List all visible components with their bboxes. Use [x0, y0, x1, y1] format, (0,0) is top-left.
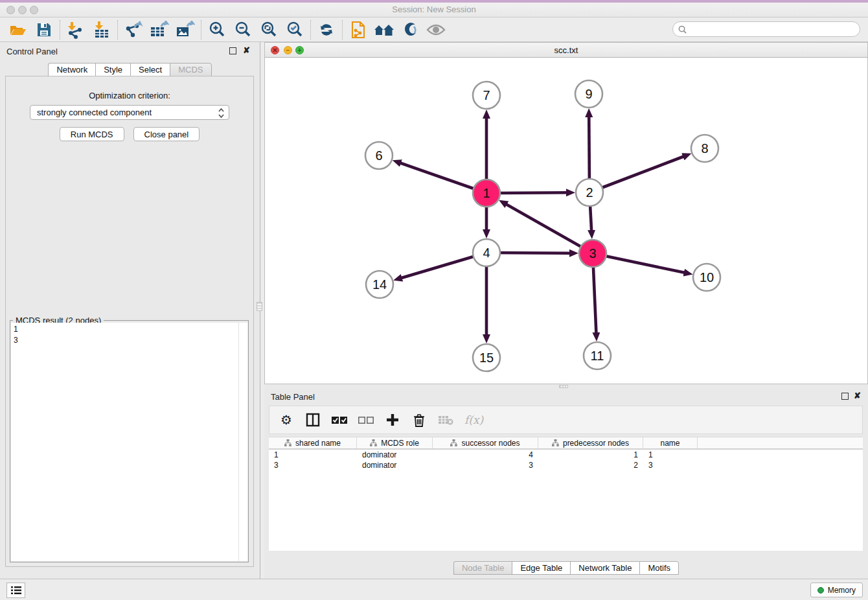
graph-node-14[interactable]: 14 — [366, 271, 393, 298]
zoom-out-icon — [234, 21, 252, 39]
graph-node-7[interactable]: 7 — [473, 82, 500, 109]
network-canvas[interactable]: 7968124314101511 — [265, 58, 867, 384]
mcds-result-list[interactable]: 13 — [11, 323, 238, 561]
eye-icon — [426, 23, 446, 37]
tab-node-table[interactable]: Node Table — [453, 561, 512, 575]
tab-select[interactable]: Select — [130, 63, 170, 76]
graph-edge-3-1[interactable] — [506, 204, 593, 253]
column-header-name[interactable]: name — [643, 437, 698, 448]
tab-mcds[interactable]: MCDS — [170, 63, 211, 76]
table-options-button[interactable]: ⚙ — [279, 411, 294, 429]
column-header-predecessor-nodes[interactable]: predecessor nodes — [538, 437, 643, 448]
network-from-file-button[interactable] — [345, 19, 371, 40]
graph-node-11[interactable]: 11 — [584, 342, 611, 369]
mcds-result-scrollbar[interactable] — [238, 323, 247, 561]
add-column-button[interactable] — [385, 411, 400, 429]
home-button[interactable] — [371, 19, 397, 40]
save-session-button[interactable] — [31, 19, 57, 40]
tab-style[interactable]: Style — [95, 63, 130, 76]
zoom-fit-button[interactable] — [256, 19, 282, 40]
function-builder-button[interactable]: f(x) — [464, 411, 483, 429]
tab-network[interactable]: Network — [48, 63, 95, 76]
graph-node-6[interactable]: 6 — [365, 142, 393, 169]
optimization-criterion-select[interactable]: strongly connected component — [30, 105, 229, 120]
cell-successor-nodes[interactable]: 4 — [433, 450, 538, 460]
tab-edge-table[interactable]: Edge Table — [512, 561, 570, 575]
import-network-button[interactable] — [63, 19, 89, 40]
network-view-window: ✕ − + scc.txt 7968124314101511 — [264, 42, 868, 384]
panel-splitter-grip[interactable] — [257, 302, 262, 311]
graph-node-8[interactable]: 8 — [691, 135, 718, 162]
horizontal-splitter-grip[interactable] — [559, 385, 568, 388]
apply-style-button[interactable] — [397, 19, 423, 40]
export-network-button[interactable] — [120, 19, 146, 40]
control-panel-close-button[interactable]: ✘ — [243, 45, 250, 55]
mcds-buttons-row: Run MCDS Close panel — [6, 127, 253, 141]
memory-button[interactable]: Memory — [810, 583, 863, 597]
graph-node-9[interactable]: 9 — [575, 80, 602, 108]
memory-label: Memory — [828, 586, 856, 595]
horizontal-splitter[interactable] — [264, 384, 868, 389]
column-header-filler — [698, 437, 863, 448]
tab-motifs[interactable]: Motifs — [639, 561, 679, 575]
column-header-mcds-role[interactable]: MCDS role — [357, 437, 433, 448]
open-session-button[interactable] — [5, 19, 31, 40]
graph-node-15[interactable]: 15 — [473, 344, 500, 371]
close-panel-button[interactable]: Close panel — [133, 127, 200, 141]
graph-node-4[interactable]: 4 — [473, 239, 500, 266]
trash-icon — [413, 413, 425, 427]
zoom-selected-button[interactable] — [282, 19, 308, 40]
graph-node-3[interactable]: 3 — [579, 240, 606, 267]
zoom-in-button[interactable] — [204, 19, 230, 40]
column-type-icon — [450, 439, 457, 446]
cell-name[interactable]: 1 — [643, 450, 698, 460]
task-history-button[interactable] — [6, 583, 25, 598]
cell-predecessor-nodes[interactable]: 2 — [538, 460, 643, 470]
graph-node-2[interactable]: 2 — [576, 179, 603, 206]
cell-successor-nodes[interactable]: 3 — [433, 460, 538, 470]
refresh-button[interactable] — [314, 19, 339, 40]
unselect-all-columns-button[interactable] — [358, 411, 374, 429]
network-window-titlebar[interactable]: ✕ − + scc.txt — [265, 43, 867, 58]
search-input[interactable] — [690, 25, 852, 34]
cell-mcds-role[interactable]: dominator — [357, 460, 433, 470]
delete-table-icon — [438, 415, 453, 425]
svg-text:3: 3 — [589, 246, 596, 260]
table-row[interactable]: 3 dominator 3 2 3 — [269, 460, 863, 470]
search-field[interactable] — [672, 21, 860, 37]
table-row[interactable]: 1 dominator 4 1 1 — [269, 450, 863, 460]
cell-name[interactable]: 3 — [643, 460, 698, 470]
import-table-button[interactable] — [89, 19, 115, 40]
table-panel-title: Table Panel — [271, 392, 315, 402]
export-table-button[interactable] — [146, 19, 172, 40]
graph-edge-2-8[interactable] — [589, 156, 683, 192]
table-panel-close-button[interactable]: ✘ — [854, 391, 861, 400]
delete-table-button[interactable] — [438, 411, 453, 429]
svg-text:10: 10 — [700, 270, 714, 284]
column-header-shared-name[interactable]: shared name — [269, 437, 357, 448]
export-image-button[interactable] — [172, 19, 198, 40]
mcds-result-item[interactable]: 1 — [14, 324, 236, 335]
delete-columns-button[interactable] — [411, 411, 427, 429]
cell-shared-name[interactable]: 1 — [269, 450, 357, 460]
graph-node-10[interactable]: 10 — [693, 264, 720, 291]
cell-shared-name[interactable]: 3 — [269, 460, 357, 470]
control-panel-float-button[interactable] — [229, 47, 236, 54]
run-mcds-button[interactable]: Run MCDS — [60, 127, 124, 141]
hide-selected-button[interactable] — [423, 19, 449, 40]
column-header-successor-nodes[interactable]: successor nodes — [433, 437, 538, 448]
mcds-result-item[interactable]: 3 — [14, 335, 236, 346]
graph-node-1[interactable]: 1 — [473, 179, 500, 207]
column-type-icon — [284, 439, 291, 446]
select-all-columns-button[interactable] — [332, 411, 347, 429]
show-columns-button[interactable] — [305, 411, 321, 429]
svg-text:8: 8 — [701, 141, 708, 156]
tab-network-table[interactable]: Network Table — [570, 561, 639, 575]
cell-predecessor-nodes[interactable]: 1 — [538, 450, 643, 460]
svg-text:9: 9 — [585, 87, 592, 101]
cell-mcds-role[interactable]: dominator — [357, 450, 433, 460]
network-graph[interactable]: 7968124314101511 — [265, 58, 867, 384]
table-panel: Table Panel ✘ ⚙ — [264, 389, 868, 579]
zoom-out-button[interactable] — [230, 19, 256, 40]
table-panel-float-button[interactable] — [841, 393, 849, 400]
